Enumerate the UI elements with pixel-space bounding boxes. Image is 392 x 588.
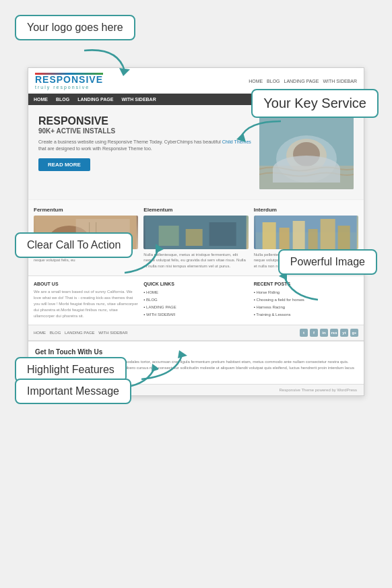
arrow-logo xyxy=(77,44,131,77)
footer-quick-links-list: HOME BLOG LANDING PAGE WITH SIDEBAR xyxy=(143,289,248,318)
social-icons: t f in rss yt g+ xyxy=(300,329,358,337)
hero-subtitle: 90K+ ACTIVE INSTALLS xyxy=(38,127,253,135)
social-twitter-icon[interactable]: t xyxy=(300,329,308,337)
post-harness[interactable]: Harness Racing xyxy=(254,304,358,311)
footer-quick-links-title: QUICK LINKS xyxy=(143,282,248,286)
nav-top-home[interactable]: HOME xyxy=(249,79,263,84)
mockup-footer-nav: HOME BLOG LANDING PAGE WITH SIDEBAR t f … xyxy=(28,325,364,340)
mockup-nav-top: HOME BLOG LANDING PAGE WITH SIDEBAR xyxy=(246,79,357,84)
hero-title: RESPONSIVE xyxy=(38,115,253,127)
quick-link-landing[interactable]: LANDING PAGE xyxy=(143,304,248,311)
svg-point-9 xyxy=(293,142,320,166)
callout-highlight-text: Highlight Features xyxy=(27,364,115,375)
svg-marker-1 xyxy=(236,133,246,142)
callout-important: Important Message xyxy=(15,379,131,404)
hero-body: Create a business website using Responsi… xyxy=(38,139,253,153)
nav-blog[interactable]: BLOG xyxy=(56,97,69,102)
nav-sidebar[interactable]: WITH SIDEBAR xyxy=(121,97,156,102)
col3-title: Interdum xyxy=(254,207,358,213)
logo-tagline: truly responsive xyxy=(35,85,103,90)
svg-rect-18 xyxy=(186,229,203,246)
svg-rect-19 xyxy=(209,222,236,246)
mockup-hero: RESPONSIVE 90K+ ACTIVE INSTALLS Create a… xyxy=(28,105,364,199)
callout-cta: Clear Call To Action xyxy=(15,232,133,258)
quick-link-blog[interactable]: BLOG xyxy=(143,296,248,304)
social-facebook-icon[interactable]: f xyxy=(310,329,318,337)
page-wrapper: Your logo goes here Your Key Service Cle… xyxy=(0,0,392,423)
svg-rect-25 xyxy=(308,229,317,249)
social-rss-icon[interactable]: rss xyxy=(330,329,338,337)
nav-home[interactable]: HOME xyxy=(34,97,48,102)
callout-important-text: Important Message xyxy=(27,385,119,397)
nav-landing[interactable]: LANDING PAGE xyxy=(77,97,113,102)
nav-top-blog[interactable]: BLOG xyxy=(267,79,280,84)
col3-image xyxy=(254,216,358,249)
callout-key-service-text: Your Key Service xyxy=(263,96,366,110)
social-google-icon[interactable]: g+ xyxy=(350,329,358,337)
callout-powerful-image-text: Powerful Image xyxy=(290,256,365,267)
callout-cta-text: Clear Call To Action xyxy=(27,239,121,251)
footer-nav-landing[interactable]: LANDING PAGE xyxy=(65,331,95,335)
arrow-important xyxy=(135,349,189,383)
callout-key-service: Your Key Service xyxy=(251,89,379,118)
social-linkedin-icon[interactable]: in xyxy=(320,329,328,337)
nav-top-landing[interactable]: LANDING PAGE xyxy=(284,79,319,84)
svg-marker-2 xyxy=(156,244,164,253)
footer-about-body: We are a small team based out of sunny C… xyxy=(34,289,138,319)
col2-title: Elementum xyxy=(143,207,248,213)
post-training[interactable]: Training & Lessons xyxy=(254,311,358,319)
footer-nav-sidebar[interactable]: WITH SIDEBAR xyxy=(98,331,127,335)
read-more-button[interactable]: READ MORE xyxy=(38,158,90,171)
copyright-right: Responsive Theme powered by WordPress xyxy=(280,388,358,392)
svg-rect-23 xyxy=(279,228,289,249)
footer-nav-links: HOME BLOG LANDING PAGE WITH SIDEBAR xyxy=(34,331,131,335)
svg-rect-22 xyxy=(262,222,275,249)
svg-rect-27 xyxy=(337,226,350,249)
arrow-key-service xyxy=(234,118,288,145)
svg-marker-0 xyxy=(119,68,130,76)
footer-nav-blog[interactable]: BLOG xyxy=(50,331,61,335)
mockup-hero-text: RESPONSIVE 90K+ ACTIVE INSTALLS Create a… xyxy=(38,115,253,171)
footer-quick-links: QUICK LINKS HOME BLOG LANDING PAGE WITH … xyxy=(143,282,248,319)
quick-link-sidebar[interactable]: WITH SIDEBAR xyxy=(143,311,248,319)
footer-about: ABOUT US We are a small team based out o… xyxy=(34,282,138,319)
callout-powerful-image: Powerful Image xyxy=(278,249,377,275)
callout-logo: Your logo goes here xyxy=(15,15,135,40)
svg-marker-5 xyxy=(178,350,187,358)
svg-rect-10 xyxy=(259,166,354,189)
quick-link-home[interactable]: HOME xyxy=(143,289,248,296)
social-youtube-icon[interactable]: yt xyxy=(340,329,348,337)
nav-top-sidebar[interactable]: WITH SIDEBAR xyxy=(323,79,357,84)
contact-title: Get In Touch With Us xyxy=(35,348,357,356)
svg-rect-24 xyxy=(292,221,304,249)
footer-about-title: ABOUT US xyxy=(34,282,138,286)
col1-title: Fermentum xyxy=(34,207,138,213)
footer-nav-home[interactable]: HOME xyxy=(34,331,46,335)
callout-logo-text: Your logo goes here xyxy=(27,22,123,33)
svg-rect-26 xyxy=(320,219,335,249)
